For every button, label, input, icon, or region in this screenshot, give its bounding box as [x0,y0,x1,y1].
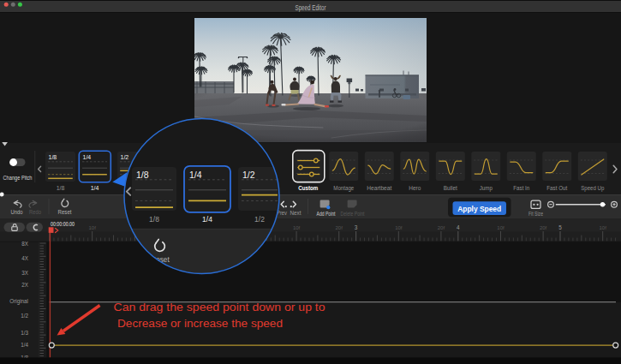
svg-text:Reset: Reset [58,209,72,215]
svg-text:10f: 10f [89,225,97,230]
svg-text:20f: 20f [540,225,547,230]
svg-text:1/2: 1/2 [121,154,129,160]
svg-text:Bullet: Bullet [444,185,457,191]
svg-text:1/4: 1/4 [91,185,99,191]
svg-text:Delete Point: Delete Point [341,211,365,217]
svg-text:1/4: 1/4 [83,154,92,160]
svg-text:1/8: 1/8 [49,154,57,160]
svg-text:Fit Size: Fit Size [528,211,543,217]
svg-text:Fast Out: Fast Out [546,185,567,191]
svg-text:5: 5 [558,224,562,230]
svg-text:10f: 10f [395,225,403,230]
svg-text:2X: 2X [21,282,29,288]
svg-text:Hero: Hero [409,185,421,191]
svg-text:3: 3 [355,224,358,230]
svg-text:Custom: Custom [298,185,318,191]
svg-text:Redo: Redo [29,209,41,215]
svg-text:Undo: Undo [11,209,23,215]
svg-text:Fast In: Fast In [513,185,529,191]
svg-text:1/8: 1/8 [57,185,65,191]
svg-text:20f: 20f [336,225,343,230]
svg-text:Decrease or increase the speed: Decrease or increase the speed [117,318,283,330]
svg-text:10f: 10f [497,225,505,230]
svg-text:Jump: Jump [480,185,493,192]
svg-text:1/2: 1/2 [242,170,255,180]
svg-text:1/4: 1/4 [202,215,212,224]
svg-text:Speed Editor: Speed Editor [296,3,326,12]
svg-text:Speed Up: Speed Up [581,185,604,192]
svg-text:Change Pitch: Change Pitch [3,174,33,182]
svg-text:Montage: Montage [333,185,354,192]
svg-text:Heartbeat: Heartbeat [367,185,391,191]
svg-text:4X: 4X [21,255,29,261]
svg-text:8X: 8X [21,241,29,247]
svg-text:1/4: 1/4 [21,342,28,348]
svg-text:1/2: 1/2 [21,313,28,319]
svg-text:4: 4 [457,224,460,230]
svg-text:1/4: 1/4 [189,170,202,180]
svg-text:1/3: 1/3 [21,330,28,336]
svg-text:3X: 3X [21,270,29,276]
svg-text:Original: Original [9,298,28,305]
svg-text:1/2: 1/2 [254,215,265,224]
svg-text:Next: Next [290,210,302,216]
svg-text:00:00:00.00: 00:00:00.00 [51,221,75,227]
svg-text:Add Point: Add Point [317,211,336,217]
svg-text:20f: 20f [438,225,445,230]
svg-text:1/8: 1/8 [136,170,149,180]
svg-text:10f: 10f [600,225,607,230]
svg-text:10f: 10f [293,225,301,230]
svg-text:1/8: 1/8 [149,215,159,224]
svg-text:Can drag the speed point down: Can drag the speed point down or up to [114,301,325,313]
svg-text:Apply Speed: Apply Speed [457,205,501,213]
